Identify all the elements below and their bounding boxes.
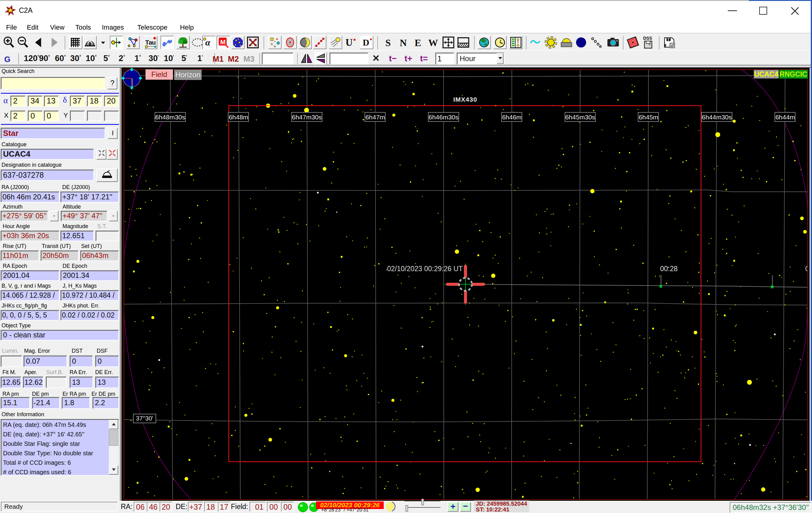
svg-text:DSS: DSS [643, 36, 652, 40]
svg-text:N: N [400, 37, 407, 48]
svg-text:6h44m30s: 6h44m30s [702, 114, 732, 120]
svg-text:6h44m: 6h44m [775, 114, 795, 120]
svg-text:E: E [414, 37, 421, 48]
svg-text:u: u [152, 39, 156, 46]
svg-text:Ta: Ta [145, 39, 152, 46]
svg-text:U: U [346, 37, 353, 48]
svg-text:UCAC4: UCAC4 [754, 70, 778, 78]
svg-text:Field: Field [151, 70, 167, 79]
svg-text:W: W [428, 37, 438, 48]
svg-text:RNGCIC: RNGCIC [780, 70, 807, 78]
svg-text:T: T [667, 37, 670, 42]
svg-text:6h47m: 6h47m [366, 114, 385, 120]
svg-text:37°30': 37°30' [136, 415, 153, 422]
svg-text:6h46m: 6h46m [502, 114, 522, 120]
svg-text:6h46m30s: 6h46m30s [429, 114, 459, 120]
svg-text:6h45m30s: 6h45m30s [565, 114, 595, 120]
svg-text:D: D [363, 37, 369, 47]
svg-text:S: S [385, 37, 391, 48]
svg-text:M: M [220, 38, 226, 46]
svg-text:IMX430: IMX430 [453, 96, 477, 103]
svg-text:6h47m30s: 6h47m30s [292, 114, 322, 120]
svg-text:02/10/2023 00:29:26 UT: 02/10/2023 00:29:26 UT [387, 265, 463, 273]
svg-text:6h48m: 6h48m [229, 114, 248, 120]
svg-text:6h45m: 6h45m [639, 114, 658, 120]
svg-text:Horizon: Horizon [175, 71, 201, 79]
svg-text:6h48m30s: 6h48m30s [155, 114, 185, 120]
svg-text:00:28: 00:28 [660, 265, 678, 273]
